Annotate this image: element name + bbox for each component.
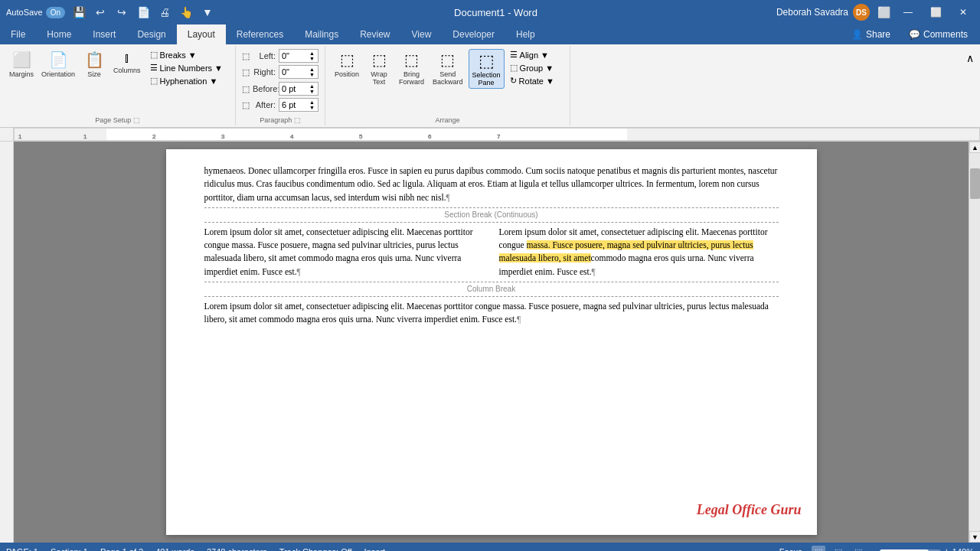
position-button[interactable]: ⬚ Position	[332, 49, 362, 80]
line-numbers-button[interactable]: ☰ Line Numbers ▼	[147, 62, 226, 73]
ribbon-collapse-button[interactable]: ∧	[963, 49, 977, 67]
tab-review[interactable]: Review	[349, 24, 400, 44]
scroll-thumb[interactable]	[970, 168, 980, 199]
autosave-toggle[interactable]: AutoSave On	[6, 7, 65, 18]
svg-text:2: 2	[152, 133, 156, 140]
status-bar: PAGE: 1 Section: 1 Page 1 of 2 401 words…	[0, 543, 980, 551]
orientation-label: Orientation	[41, 70, 75, 78]
after-input[interactable]: 6 pt ▲ ▼	[279, 98, 318, 112]
autosave-label: AutoSave	[6, 8, 43, 17]
svg-text:4: 4	[290, 133, 294, 140]
column-2: Lorem ipsum dolor sit amet, consectetuer…	[499, 226, 779, 279]
close-button[interactable]: ✕	[952, 2, 974, 23]
right-arrows[interactable]: ▲ ▼	[309, 67, 315, 77]
svg-text:7: 7	[497, 133, 501, 140]
before-input[interactable]: 0 pt ▲ ▼	[279, 82, 318, 96]
undo-icon[interactable]: ↩	[93, 5, 108, 20]
page-of-indicator[interactable]: Page 1 of 2	[100, 547, 143, 551]
doc-content-top: hymenaeos. Donec ullamcorper fringilla e…	[204, 165, 779, 204]
tab-mailings[interactable]: Mailings	[294, 24, 349, 44]
comments-button[interactable]: 💬 Comments	[903, 26, 974, 43]
page-setup-expand-icon[interactable]: ⬚	[133, 116, 140, 124]
section-indicator[interactable]: Section: 1	[51, 547, 88, 551]
zoom-in-button[interactable]: +	[944, 546, 949, 551]
user-info[interactable]: Deborah Savadra DS	[776, 4, 870, 21]
autosave-state[interactable]: On	[46, 7, 65, 18]
spacing-before-icon: ⬚	[242, 84, 250, 94]
right-input[interactable]: 0" ▲ ▼	[279, 65, 318, 79]
orientation-button[interactable]: 📄 Orientation	[38, 49, 78, 80]
read-mode-button[interactable]: ⬚	[851, 546, 865, 552]
print-icon[interactable]: 🖨	[157, 5, 172, 20]
document-area: hymenaeos. Donec ullamcorper fringilla e…	[0, 142, 980, 543]
tab-insert[interactable]: Insert	[82, 24, 126, 44]
before-up-arrow[interactable]: ▲	[309, 83, 315, 89]
insert-mode-status[interactable]: Insert	[364, 547, 386, 551]
wrap-text-button[interactable]: ⬚ WrapText	[364, 49, 394, 87]
margins-button[interactable]: ⬜ Margins	[6, 49, 37, 80]
document-page[interactable]: hymenaeos. Donec ullamcorper fringilla e…	[166, 149, 817, 535]
scroll-up-button[interactable]: ▲	[969, 142, 980, 153]
tab-references[interactable]: References	[226, 24, 294, 44]
right-down-arrow[interactable]: ▼	[309, 72, 315, 77]
send-backward-button[interactable]: ⬚ SendBackward	[430, 49, 466, 87]
share-icon: 👤	[851, 29, 863, 40]
size-button[interactable]: 📋 Size	[80, 49, 109, 80]
page-indicator[interactable]: PAGE: 1	[6, 547, 38, 551]
word-count[interactable]: 401 words	[155, 547, 194, 551]
rotate-button[interactable]: ↻ Rotate ▼	[507, 75, 557, 86]
before-arrows[interactable]: ▲ ▼	[309, 83, 315, 94]
vertical-scrollbar[interactable]: ▲ ▼	[969, 142, 980, 543]
minimize-button[interactable]: —	[897, 2, 919, 23]
after-label: After:	[253, 100, 276, 109]
bring-forward-button[interactable]: ⬚ BringForward	[396, 49, 427, 87]
columns-button[interactable]: ⫿ Columns	[110, 49, 144, 76]
touch-mode-icon[interactable]: 👆	[178, 5, 194, 20]
tab-design[interactable]: Design	[126, 24, 176, 44]
tab-file[interactable]: File	[0, 24, 36, 44]
share-button[interactable]: 👤 Share	[844, 26, 898, 43]
before-down-arrow[interactable]: ▼	[309, 89, 315, 94]
ribbon-display-icon[interactable]: ⬜	[876, 5, 891, 20]
right-up-arrow[interactable]: ▲	[309, 67, 315, 72]
paragraph-expand-icon[interactable]: ⬚	[294, 116, 301, 124]
zoom-out-button[interactable]: −	[871, 546, 877, 551]
track-changes-status[interactable]: Track Changes: Off	[279, 547, 352, 551]
redo-icon[interactable]: ↪	[114, 5, 129, 20]
tab-developer[interactable]: Developer	[442, 24, 505, 44]
save-icon[interactable]: 💾	[71, 5, 87, 20]
after-value: 6 pt	[282, 100, 296, 109]
left-input[interactable]: 0" ▲ ▼	[279, 49, 318, 63]
right-label: Right:	[253, 67, 276, 77]
tab-view[interactable]: View	[401, 24, 443, 44]
scroll-down-button[interactable]: ▼	[969, 531, 980, 543]
focus-button[interactable]: Focus	[776, 546, 805, 551]
character-count[interactable]: 2748 characters	[207, 547, 267, 551]
tab-layout[interactable]: Layout	[177, 24, 226, 44]
tab-home[interactable]: Home	[36, 24, 82, 44]
left-down-arrow[interactable]: ▼	[309, 56, 315, 61]
tab-help[interactable]: Help	[505, 24, 546, 44]
left-arrows[interactable]: ▲ ▼	[309, 51, 315, 61]
margins-label: Margins	[9, 70, 34, 78]
zoom-level[interactable]: 140%	[952, 547, 974, 551]
scroll-area[interactable]: hymenaeos. Donec ullamcorper fringilla e…	[14, 142, 969, 543]
print-layout-view-button[interactable]: ⬚	[812, 546, 825, 552]
breaks-button[interactable]: ⬚ Breaks ▼	[147, 49, 226, 60]
arrange-group: ⬚ Position ⬚ WrapText ⬚ BringForward ⬚ S…	[325, 46, 570, 126]
restore-button[interactable]: ⬜	[925, 2, 946, 23]
web-layout-view-button[interactable]: ⬚	[831, 546, 845, 552]
scroll-track[interactable]	[969, 153, 980, 531]
more-commands-icon[interactable]: ▼	[200, 5, 215, 20]
after-arrows[interactable]: ▲ ▼	[309, 99, 315, 110]
left-up-arrow[interactable]: ▲	[309, 51, 315, 56]
group-button[interactable]: ⬚ Group ▼	[507, 62, 557, 73]
left-margin-bar	[0, 142, 14, 543]
new-doc-icon[interactable]: 📄	[136, 5, 151, 20]
after-up-arrow[interactable]: ▲	[309, 99, 315, 105]
align-button[interactable]: ☰ Align ▼	[507, 49, 557, 60]
selection-pane-button[interactable]: ⬚ SelectionPane	[469, 49, 505, 89]
after-down-arrow[interactable]: ▼	[309, 105, 315, 110]
indent-fields: ⬚ Left: 0" ▲ ▼ ⬚	[242, 49, 318, 79]
hyphenation-button[interactable]: ⬚ Hyphenation ▼	[147, 75, 226, 86]
